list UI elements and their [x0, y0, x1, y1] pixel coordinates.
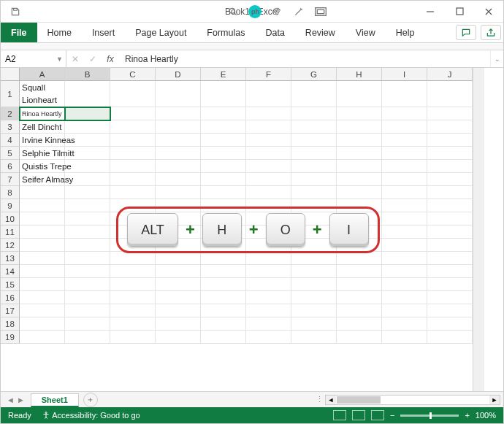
cell-D14[interactable] [156, 265, 201, 278]
cell-E13[interactable] [201, 252, 246, 265]
cell-C4[interactable] [110, 134, 156, 147]
cell-B16[interactable] [65, 291, 110, 304]
cell-B13[interactable] [65, 252, 110, 265]
cell-E7[interactable] [201, 173, 246, 186]
cell-D18[interactable] [156, 317, 201, 331]
cell-J19[interactable] [427, 331, 473, 344]
cell-G14[interactable] [291, 265, 337, 278]
chevron-down-icon[interactable]: ▼ [56, 55, 63, 63]
row-header-11[interactable]: 11 [1, 226, 20, 239]
cell-A16[interactable] [20, 291, 65, 304]
sheet-next-button[interactable]: ► [17, 396, 25, 404]
cell-I3[interactable] [382, 120, 427, 134]
fx-button[interactable]: fx [102, 54, 119, 64]
cell-A10[interactable] [20, 212, 65, 226]
row-header-15[interactable]: 15 [1, 278, 20, 291]
cell-I18[interactable] [382, 317, 427, 331]
cell-I11[interactable] [382, 226, 427, 239]
cell-H19[interactable] [337, 331, 382, 344]
cell-I5[interactable] [382, 147, 427, 160]
cell-C14[interactable] [110, 265, 156, 278]
cell-J5[interactable] [427, 147, 473, 160]
cell-A8[interactable] [20, 186, 65, 199]
cell-J9[interactable] [427, 199, 473, 212]
cell-J13[interactable] [427, 252, 473, 265]
column-header-A[interactable]: A [20, 68, 65, 81]
cell-E19[interactable] [201, 331, 246, 344]
cell-F8[interactable] [246, 186, 291, 199]
cell-H18[interactable] [337, 317, 382, 331]
row-header-14[interactable]: 14 [1, 265, 20, 278]
formula-input[interactable]: Rinoa Heartly [119, 50, 490, 67]
cell-G13[interactable] [291, 252, 337, 265]
cell-H14[interactable] [337, 265, 382, 278]
row-header-16[interactable]: 16 [1, 291, 20, 304]
cancel-edit-button[interactable]: ✕ [66, 54, 84, 64]
cell-I7[interactable] [382, 173, 427, 186]
vertical-scrollbar[interactable] [473, 68, 484, 391]
accessibility-status[interactable]: Accessibility: Good to go [42, 411, 140, 420]
tab-home[interactable]: Home [37, 23, 82, 42]
minimize-button[interactable] [416, 1, 445, 23]
cell-J8[interactable] [427, 186, 473, 199]
cell-I19[interactable] [382, 331, 427, 344]
scroll-left-button[interactable]: ◄ [326, 396, 336, 404]
cell-I16[interactable] [382, 291, 427, 304]
tab-formulas[interactable]: Formulas [196, 23, 255, 42]
row-header-10[interactable]: 10 [1, 212, 20, 226]
cell-E1[interactable] [201, 81, 246, 107]
confirm-edit-button[interactable]: ✓ [84, 54, 102, 64]
column-header-I[interactable]: I [382, 68, 427, 81]
select-all-corner[interactable] [1, 68, 20, 81]
cell-D8[interactable] [156, 186, 201, 199]
cell-J11[interactable] [427, 226, 473, 239]
cell-G18[interactable] [291, 317, 337, 331]
maximize-button[interactable] [445, 1, 474, 23]
cell-F3[interactable] [246, 120, 291, 134]
comments-button[interactable] [456, 25, 476, 40]
cell-B14[interactable] [65, 265, 110, 278]
cell-E2[interactable] [201, 107, 246, 120]
cell-H17[interactable] [337, 304, 382, 317]
cell-A18[interactable] [20, 317, 65, 331]
cell-F19[interactable] [246, 331, 291, 344]
cell-J16[interactable] [427, 291, 473, 304]
cell-I12[interactable] [382, 239, 427, 252]
cell-I15[interactable] [382, 278, 427, 291]
cell-F2[interactable] [246, 107, 291, 120]
cell-G16[interactable] [291, 291, 337, 304]
cell-J2[interactable] [427, 107, 473, 120]
cell-E17[interactable] [201, 304, 246, 317]
cell-J14[interactable] [427, 265, 473, 278]
sheet-tab-active[interactable]: Sheet1 [31, 393, 79, 407]
cell-F13[interactable] [246, 252, 291, 265]
cell-J17[interactable] [427, 304, 473, 317]
name-box[interactable]: A2 ▼ [1, 50, 66, 67]
cell-A6[interactable]: Quistis Trepe [20, 160, 65, 173]
cell-C5[interactable] [110, 147, 156, 160]
sheet-prev-button[interactable]: ◄ [7, 396, 15, 404]
app-switch-icon[interactable] [314, 5, 327, 18]
scroll-thumb[interactable] [337, 396, 381, 404]
cell-D5[interactable] [156, 147, 201, 160]
column-header-C[interactable]: C [110, 68, 156, 81]
cell-H1[interactable] [337, 81, 382, 107]
cell-D3[interactable] [156, 120, 201, 134]
cell-J6[interactable] [427, 160, 473, 173]
cell-G4[interactable] [291, 134, 337, 147]
row-header-8[interactable]: 8 [1, 186, 20, 199]
cell-I17[interactable] [382, 304, 427, 317]
cell-C13[interactable] [110, 252, 156, 265]
cell-H16[interactable] [337, 291, 382, 304]
cell-C15[interactable] [110, 278, 156, 291]
cell-E3[interactable] [201, 120, 246, 134]
cell-A11[interactable] [20, 226, 65, 239]
column-header-G[interactable]: G [291, 68, 337, 81]
cell-C3[interactable] [110, 120, 156, 134]
row-header-6[interactable]: 6 [1, 160, 20, 173]
horizontal-scrollbar[interactable]: ◄ ► [325, 395, 500, 405]
cell-A9[interactable] [20, 199, 65, 212]
cell-F14[interactable] [246, 265, 291, 278]
cell-F15[interactable] [246, 278, 291, 291]
cell-A4[interactable]: Irvine Kinneas [20, 134, 65, 147]
